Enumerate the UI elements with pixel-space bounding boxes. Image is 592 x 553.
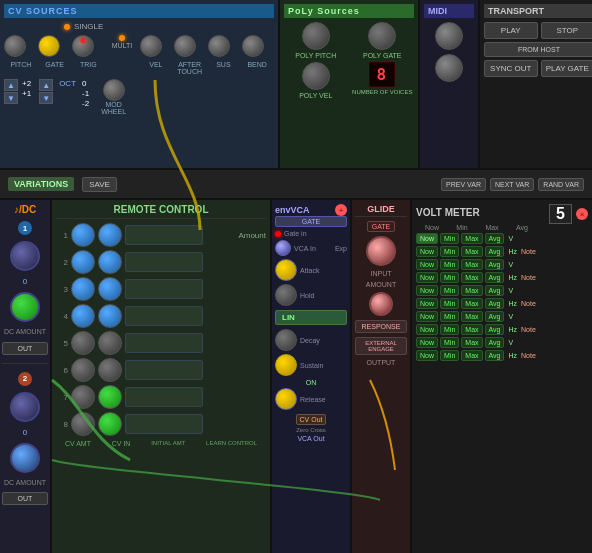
sustain-knob[interactable]: [275, 354, 297, 376]
poly-pitch-knob[interactable]: [302, 22, 330, 50]
midi-knob-2[interactable]: [435, 54, 463, 82]
rc-knob-1a[interactable]: [71, 223, 95, 247]
vm-now6-btn[interactable]: Now: [416, 298, 438, 309]
vm-now9-btn[interactable]: Now: [416, 337, 438, 348]
vm-max9-btn[interactable]: Max: [461, 337, 482, 348]
vm-min3-btn[interactable]: Min: [440, 259, 459, 270]
vm-now4-btn[interactable]: Now: [416, 272, 438, 283]
mod-wheel-knob[interactable]: [103, 79, 125, 101]
sus-knob[interactable]: [208, 35, 230, 57]
env-vca-close[interactable]: +: [335, 204, 347, 216]
vm-min4-btn[interactable]: Min: [440, 272, 459, 283]
dc2-knob[interactable]: [10, 392, 40, 422]
vm-now7-btn[interactable]: Now: [416, 311, 438, 322]
vm-max2-btn[interactable]: Max: [461, 246, 482, 257]
glide-main-knob[interactable]: [366, 236, 396, 266]
save-btn[interactable]: SAVE: [82, 177, 117, 192]
play-gate-btn[interactable]: PLAY GATE: [541, 60, 593, 77]
vm-min9-btn[interactable]: Min: [440, 337, 459, 348]
poly-vel-knob[interactable]: [302, 62, 330, 90]
vm-max5-btn[interactable]: Max: [461, 285, 482, 296]
vm-avg-btn[interactable]: Avg: [485, 233, 505, 244]
dc2-amount-knob[interactable]: [10, 443, 40, 473]
hold-knob[interactable]: [275, 284, 297, 306]
trig-knob[interactable]: [72, 35, 94, 57]
vm-now-btn[interactable]: Now: [416, 233, 438, 244]
oct-up2-btn[interactable]: ▲: [39, 79, 53, 91]
sync-out-btn[interactable]: SYNC OUT: [484, 60, 538, 77]
vm-min-btn[interactable]: Min: [440, 233, 459, 244]
vm-min2-btn[interactable]: Min: [440, 246, 459, 257]
oct-down2-btn[interactable]: ▼: [39, 92, 53, 104]
vca-in-knob[interactable]: [275, 240, 291, 256]
vm-avg8-btn[interactable]: Avg: [485, 324, 505, 335]
decay-knob[interactable]: [275, 329, 297, 351]
vm-max6-btn[interactable]: Max: [461, 298, 482, 309]
rc-knob-4a[interactable]: [71, 304, 95, 328]
next-var-btn[interactable]: NEXT VAR: [490, 178, 534, 191]
rc-knob-3a[interactable]: [71, 277, 95, 301]
rc-knob-8a[interactable]: [71, 412, 95, 436]
oct-down-btn[interactable]: ▼: [4, 92, 18, 104]
vm-now3-btn[interactable]: Now: [416, 259, 438, 270]
prev-var-btn[interactable]: PREV VAR: [441, 178, 486, 191]
from-host-btn[interactable]: FROM HOST: [484, 42, 592, 57]
dc1-knob[interactable]: [10, 241, 40, 271]
engage-btn[interactable]: EXTERNAL ENGAGE: [355, 337, 407, 355]
vm-avg3-btn[interactable]: Avg: [485, 259, 505, 270]
vm-max10-btn[interactable]: Max: [461, 350, 482, 361]
rc-knob-6a[interactable]: [71, 358, 95, 382]
dc1-out[interactable]: OUT: [2, 342, 48, 355]
poly-gate-knob[interactable]: [368, 22, 396, 50]
rc-knob-2b[interactable]: [98, 250, 122, 274]
rc-knob-1b[interactable]: [98, 223, 122, 247]
vm-min5-btn[interactable]: Min: [440, 285, 459, 296]
rc-knob-6b[interactable]: [98, 358, 122, 382]
vm-max7-btn[interactable]: Max: [461, 311, 482, 322]
vm-max-btn[interactable]: Max: [461, 233, 482, 244]
vm-avg10-btn[interactable]: Avg: [485, 350, 505, 361]
vm-avg4-btn[interactable]: Avg: [485, 272, 505, 283]
vm-max3-btn[interactable]: Max: [461, 259, 482, 270]
vm-now8-btn[interactable]: Now: [416, 324, 438, 335]
vm-avg7-btn[interactable]: Avg: [485, 311, 505, 322]
dc2-out[interactable]: OUT: [2, 492, 48, 505]
vm-avg9-btn[interactable]: Avg: [485, 337, 505, 348]
response-btn[interactable]: RESPONSE: [355, 320, 407, 333]
vm-max8-btn[interactable]: Max: [461, 324, 482, 335]
vm-min6-btn[interactable]: Min: [440, 298, 459, 309]
bend-knob[interactable]: [242, 35, 264, 57]
vel-knob[interactable]: [140, 35, 162, 57]
play-btn[interactable]: PLAY: [484, 22, 538, 39]
glide-gate-btn[interactable]: GATE: [367, 221, 396, 232]
vm-min7-btn[interactable]: Min: [440, 311, 459, 322]
vm-avg2-btn[interactable]: Avg: [485, 246, 505, 257]
midi-knob-1[interactable]: [435, 22, 463, 50]
rc-knob-5b[interactable]: [98, 331, 122, 355]
pitch-knob[interactable]: [4, 35, 26, 57]
vm-min10-btn[interactable]: Min: [440, 350, 459, 361]
glide-amount-knob[interactable]: [369, 292, 393, 316]
rc-knob-2a[interactable]: [71, 250, 95, 274]
rc-knob-3b[interactable]: [98, 277, 122, 301]
rc-knob-7a[interactable]: [71, 385, 95, 409]
vm-avg5-btn[interactable]: Avg: [485, 285, 505, 296]
vm-now2-btn[interactable]: Now: [416, 246, 438, 257]
rand-var-btn[interactable]: RAND VAR: [538, 178, 584, 191]
dc1-amount-knob[interactable]: [10, 292, 40, 322]
aftertouch-knob[interactable]: [174, 35, 196, 57]
stop-btn[interactable]: STOP: [541, 22, 593, 39]
vm-max4-btn[interactable]: Max: [461, 272, 482, 283]
oct-up-btn[interactable]: ▲: [4, 79, 18, 91]
vm-close-btn[interactable]: ×: [576, 208, 588, 220]
lin-btn[interactable]: LIN: [275, 310, 347, 325]
rc-knob-4b[interactable]: [98, 304, 122, 328]
vm-now5-btn[interactable]: Now: [416, 285, 438, 296]
gate-knob[interactable]: [38, 35, 60, 57]
vm-avg6-btn[interactable]: Avg: [485, 298, 505, 309]
release-knob[interactable]: [275, 388, 297, 410]
rc-knob-5a[interactable]: [71, 331, 95, 355]
gate-btn[interactable]: GATE: [275, 216, 347, 227]
rc-knob-8b[interactable]: [98, 412, 122, 436]
attack-knob[interactable]: [275, 259, 297, 281]
